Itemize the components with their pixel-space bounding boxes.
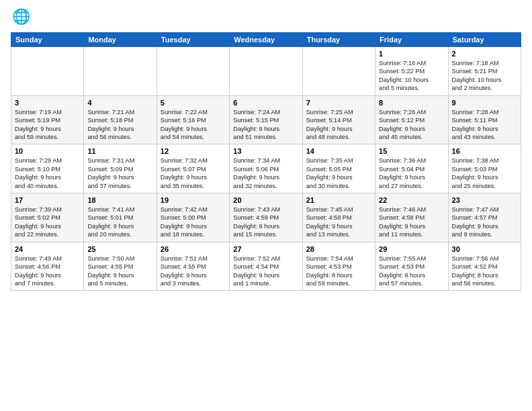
day-info: Sunrise: 7:31 AM Sunset: 5:09 PM Dayligh… xyxy=(87,156,152,190)
day-number: 25 xyxy=(87,245,152,253)
calendar-cell: 28Sunrise: 7:54 AM Sunset: 4:53 PM Dayli… xyxy=(302,242,375,291)
day-info: Sunrise: 7:47 AM Sunset: 4:57 PM Dayligh… xyxy=(452,205,517,239)
calendar-cell: 15Sunrise: 7:36 AM Sunset: 5:04 PM Dayli… xyxy=(375,144,448,193)
day-number: 26 xyxy=(161,245,226,253)
day-number: 30 xyxy=(452,245,517,253)
weekday-header-sunday: Sunday xyxy=(11,33,84,47)
day-info: Sunrise: 7:39 AM Sunset: 5:02 PM Dayligh… xyxy=(15,205,80,239)
day-info: Sunrise: 7:55 AM Sunset: 4:53 PM Dayligh… xyxy=(379,255,444,288)
calendar-cell: 27Sunrise: 7:52 AM Sunset: 4:54 PM Dayli… xyxy=(230,242,302,291)
day-number: 21 xyxy=(306,196,371,204)
calendar-cell: 25Sunrise: 7:50 AM Sunset: 4:55 PM Dayli… xyxy=(84,242,157,291)
day-number: 28 xyxy=(306,245,371,253)
day-info: Sunrise: 7:41 AM Sunset: 5:01 PM Dayligh… xyxy=(87,205,152,239)
day-number: 17 xyxy=(15,196,80,204)
calendar-cell: 19Sunrise: 7:42 AM Sunset: 5:00 PM Dayli… xyxy=(157,193,229,242)
weekday-header-tuesday: Tuesday xyxy=(157,33,229,47)
calendar-cell: 9Sunrise: 7:28 AM Sunset: 5:11 PM Daylig… xyxy=(448,95,521,144)
day-info: Sunrise: 7:29 AM Sunset: 5:10 PM Dayligh… xyxy=(15,156,80,190)
calendar-cell: 26Sunrise: 7:51 AM Sunset: 4:55 PM Dayli… xyxy=(157,242,229,291)
day-number: 9 xyxy=(452,99,517,107)
weekday-header-wednesday: Wednesday xyxy=(230,33,302,47)
day-number: 19 xyxy=(161,196,226,204)
day-info: Sunrise: 7:35 AM Sunset: 5:05 PM Dayligh… xyxy=(306,156,371,190)
day-info: Sunrise: 7:22 AM Sunset: 5:16 PM Dayligh… xyxy=(161,108,226,142)
day-number: 11 xyxy=(87,147,152,155)
day-info: Sunrise: 7:51 AM Sunset: 4:55 PM Dayligh… xyxy=(161,255,226,288)
calendar-cell xyxy=(302,47,375,96)
weekday-header-monday: Monday xyxy=(84,33,157,47)
calendar-cell: 7Sunrise: 7:25 AM Sunset: 5:14 PM Daylig… xyxy=(302,95,375,144)
day-info: Sunrise: 7:32 AM Sunset: 5:07 PM Dayligh… xyxy=(161,156,226,190)
day-number: 4 xyxy=(87,99,152,107)
day-info: Sunrise: 7:38 AM Sunset: 5:03 PM Dayligh… xyxy=(452,156,517,190)
day-number: 3 xyxy=(15,99,80,107)
day-info: Sunrise: 7:24 AM Sunset: 5:15 PM Dayligh… xyxy=(233,108,298,142)
calendar-cell: 30Sunrise: 7:56 AM Sunset: 4:52 PM Dayli… xyxy=(448,242,521,291)
calendar-cell xyxy=(11,47,84,96)
day-number: 14 xyxy=(306,147,371,155)
day-number: 2 xyxy=(452,50,517,58)
day-info: Sunrise: 7:45 AM Sunset: 4:58 PM Dayligh… xyxy=(306,205,371,239)
weekday-header-friday: Friday xyxy=(375,33,448,47)
logo-icon: 🌐 xyxy=(11,8,30,27)
calendar-cell: 29Sunrise: 7:55 AM Sunset: 4:53 PM Dayli… xyxy=(375,242,448,291)
day-number: 6 xyxy=(233,99,298,107)
day-number: 1 xyxy=(379,50,444,58)
calendar-cell: 24Sunrise: 7:49 AM Sunset: 4:56 PM Dayli… xyxy=(11,242,84,291)
day-number: 24 xyxy=(15,245,80,253)
calendar-cell: 1Sunrise: 7:16 AM Sunset: 5:22 PM Daylig… xyxy=(375,47,448,96)
calendar: SundayMondayTuesdayWednesdayThursdayFrid… xyxy=(11,32,521,291)
calendar-cell: 3Sunrise: 7:19 AM Sunset: 5:19 PM Daylig… xyxy=(11,95,84,144)
day-info: Sunrise: 7:34 AM Sunset: 5:06 PM Dayligh… xyxy=(233,156,298,190)
day-info: Sunrise: 7:26 AM Sunset: 5:12 PM Dayligh… xyxy=(379,108,444,142)
day-number: 15 xyxy=(379,147,444,155)
day-info: Sunrise: 7:16 AM Sunset: 5:22 PM Dayligh… xyxy=(379,59,444,93)
day-info: Sunrise: 7:21 AM Sunset: 5:18 PM Dayligh… xyxy=(87,108,152,142)
calendar-cell: 8Sunrise: 7:26 AM Sunset: 5:12 PM Daylig… xyxy=(375,95,448,144)
day-number: 7 xyxy=(306,99,371,107)
day-info: Sunrise: 7:54 AM Sunset: 4:53 PM Dayligh… xyxy=(306,255,371,288)
day-number: 20 xyxy=(233,196,298,204)
day-number: 8 xyxy=(379,99,444,107)
weekday-header-thursday: Thursday xyxy=(302,33,375,47)
day-number: 29 xyxy=(379,245,444,253)
day-info: Sunrise: 7:50 AM Sunset: 4:55 PM Dayligh… xyxy=(87,255,152,288)
day-info: Sunrise: 7:52 AM Sunset: 4:54 PM Dayligh… xyxy=(233,255,298,288)
svg-text:🌐: 🌐 xyxy=(12,8,30,26)
calendar-cell xyxy=(230,47,302,96)
day-info: Sunrise: 7:43 AM Sunset: 4:59 PM Dayligh… xyxy=(233,205,298,239)
day-number: 13 xyxy=(233,147,298,155)
weekday-header-saturday: Saturday xyxy=(448,33,521,47)
day-number: 10 xyxy=(15,147,80,155)
day-info: Sunrise: 7:46 AM Sunset: 4:58 PM Dayligh… xyxy=(379,205,444,239)
calendar-cell: 11Sunrise: 7:31 AM Sunset: 5:09 PM Dayli… xyxy=(84,144,157,193)
calendar-cell: 18Sunrise: 7:41 AM Sunset: 5:01 PM Dayli… xyxy=(84,193,157,242)
day-info: Sunrise: 7:18 AM Sunset: 5:21 PM Dayligh… xyxy=(452,59,517,93)
day-info: Sunrise: 7:25 AM Sunset: 5:14 PM Dayligh… xyxy=(306,108,371,142)
calendar-cell xyxy=(157,47,229,96)
day-number: 16 xyxy=(452,147,517,155)
day-info: Sunrise: 7:49 AM Sunset: 4:56 PM Dayligh… xyxy=(15,255,80,288)
day-number: 23 xyxy=(452,196,517,204)
calendar-cell: 13Sunrise: 7:34 AM Sunset: 5:06 PM Dayli… xyxy=(230,144,302,193)
day-number: 12 xyxy=(161,147,226,155)
header: 🌐 xyxy=(11,8,521,27)
calendar-cell: 22Sunrise: 7:46 AM Sunset: 4:58 PM Dayli… xyxy=(375,193,448,242)
day-info: Sunrise: 7:19 AM Sunset: 5:19 PM Dayligh… xyxy=(15,108,80,142)
calendar-cell: 6Sunrise: 7:24 AM Sunset: 5:15 PM Daylig… xyxy=(230,95,302,144)
calendar-cell xyxy=(84,47,157,96)
calendar-cell: 2Sunrise: 7:18 AM Sunset: 5:21 PM Daylig… xyxy=(448,47,521,96)
calendar-cell: 20Sunrise: 7:43 AM Sunset: 4:59 PM Dayli… xyxy=(230,193,302,242)
day-info: Sunrise: 7:56 AM Sunset: 4:52 PM Dayligh… xyxy=(452,255,517,288)
logo: 🌐 xyxy=(11,8,32,27)
calendar-cell: 21Sunrise: 7:45 AM Sunset: 4:58 PM Dayli… xyxy=(302,193,375,242)
calendar-cell: 12Sunrise: 7:32 AM Sunset: 5:07 PM Dayli… xyxy=(157,144,229,193)
day-number: 22 xyxy=(379,196,444,204)
day-info: Sunrise: 7:42 AM Sunset: 5:00 PM Dayligh… xyxy=(161,205,226,239)
day-number: 5 xyxy=(161,99,226,107)
calendar-cell: 16Sunrise: 7:38 AM Sunset: 5:03 PM Dayli… xyxy=(448,144,521,193)
day-number: 27 xyxy=(233,245,298,253)
calendar-cell: 14Sunrise: 7:35 AM Sunset: 5:05 PM Dayli… xyxy=(302,144,375,193)
calendar-cell: 17Sunrise: 7:39 AM Sunset: 5:02 PM Dayli… xyxy=(11,193,84,242)
